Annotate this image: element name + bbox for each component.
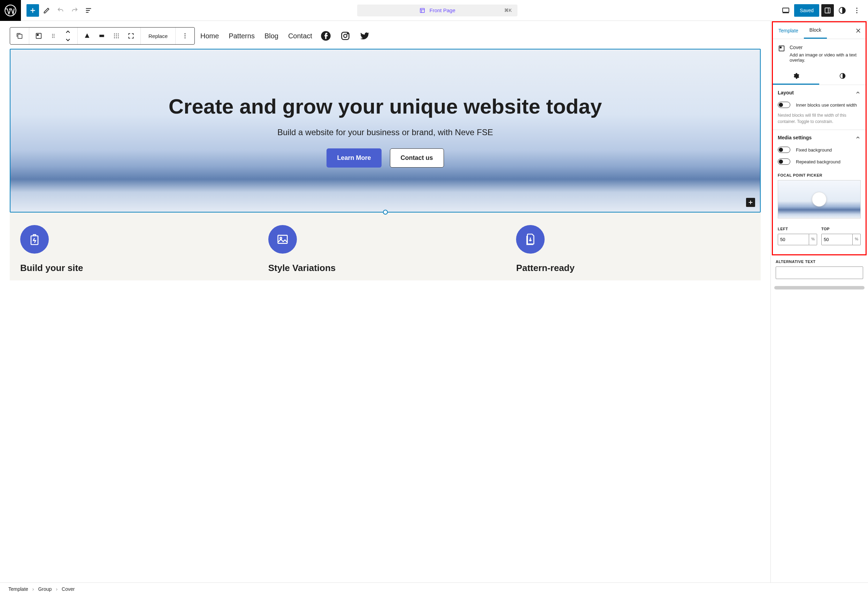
move-up-icon[interactable] xyxy=(61,28,75,36)
styles-icon[interactable] xyxy=(836,4,849,17)
focal-top-input[interactable] xyxy=(821,234,853,245)
styles-subtab-icon[interactable] xyxy=(819,68,865,85)
facebook-icon[interactable] xyxy=(320,31,331,41)
instagram-icon[interactable] xyxy=(340,31,351,41)
fixed-bg-toggle[interactable] xyxy=(778,147,790,153)
svg-rect-17 xyxy=(99,35,104,37)
settings-subtab-icon[interactable] xyxy=(773,68,819,85)
svg-point-6 xyxy=(856,10,857,11)
svg-point-28 xyxy=(185,35,186,37)
feature-style[interactable]: Style Variations xyxy=(268,225,502,273)
settings-sidebar-toggle[interactable] xyxy=(821,4,834,17)
nav-link-blog[interactable]: Blog xyxy=(264,32,278,40)
svg-point-24 xyxy=(114,37,115,38)
svg-point-14 xyxy=(54,35,55,36)
svg-rect-10 xyxy=(37,34,38,35)
tab-block[interactable]: Block xyxy=(804,22,827,39)
twitter-icon[interactable] xyxy=(360,31,370,41)
fixed-bg-label: Fixed background xyxy=(796,148,832,153)
undo-icon[interactable] xyxy=(55,4,67,17)
chevron-up-icon xyxy=(855,135,861,140)
nav-link-patterns[interactable]: Patterns xyxy=(229,32,254,40)
nav-link-home[interactable]: Home xyxy=(200,32,219,40)
svg-rect-1 xyxy=(420,8,424,13)
block-description: Add an image or video with a text overla… xyxy=(790,52,861,63)
focal-point-picker[interactable] xyxy=(778,180,861,219)
document-title: Front Page xyxy=(430,7,455,13)
feature-pattern[interactable]: Pattern-ready xyxy=(516,225,750,273)
svg-point-23 xyxy=(118,35,118,36)
percent-unit: % xyxy=(853,234,861,245)
svg-point-11 xyxy=(52,34,53,34)
crumb-template[interactable]: Template xyxy=(8,586,28,592)
fullscreen-icon[interactable] xyxy=(124,28,138,43)
feature-title: Style Variations xyxy=(268,263,502,273)
image-icon xyxy=(268,225,297,254)
full-height-icon[interactable] xyxy=(109,28,124,43)
editor-canvas[interactable]: Replace Home Patterns Blog Contact xyxy=(0,21,771,582)
features-row: Build your site Style Variations Pattern… xyxy=(10,213,761,281)
crumb-group[interactable]: Group xyxy=(38,586,52,592)
site-navigation: Home Patterns Blog Contact xyxy=(200,32,312,40)
focal-point-handle[interactable] xyxy=(812,192,827,207)
svg-point-32 xyxy=(344,34,347,37)
cover-block[interactable]: Create and grow your unique website toda… xyxy=(10,49,761,213)
alt-text-input[interactable] xyxy=(776,266,863,279)
save-button[interactable]: Saved xyxy=(794,4,819,17)
move-down-icon[interactable] xyxy=(61,36,75,44)
focal-left-input[interactable] xyxy=(778,234,809,245)
svg-point-18 xyxy=(114,34,115,34)
svg-point-13 xyxy=(52,35,53,36)
svg-rect-35 xyxy=(278,235,287,243)
repeated-bg-toggle[interactable] xyxy=(778,158,790,165)
layout-panel-header[interactable]: Layout xyxy=(773,85,865,100)
add-inner-block-button[interactable] xyxy=(746,198,755,207)
close-sidebar-icon[interactable] xyxy=(851,23,865,39)
percent-unit: % xyxy=(809,234,817,245)
svg-point-29 xyxy=(185,37,186,38)
battery-icon xyxy=(20,225,49,254)
redo-icon[interactable] xyxy=(68,4,81,17)
top-toolbar: Front Page ⌘K Saved xyxy=(0,0,868,21)
more-options-icon[interactable] xyxy=(850,4,863,17)
replace-media-button[interactable]: Replace xyxy=(143,33,173,39)
cover-block-icon[interactable] xyxy=(31,28,46,43)
resize-handle[interactable] xyxy=(383,210,388,215)
inner-width-toggle[interactable] xyxy=(778,102,790,108)
wordpress-logo[interactable] xyxy=(0,0,21,21)
block-card: Cover Add an image or video with a text … xyxy=(773,39,865,68)
focal-picker-label: FOCAL POINT PICKER xyxy=(778,173,861,177)
feature-build[interactable]: Build your site xyxy=(20,225,254,273)
cover-subheading[interactable]: Build a website for your business or bra… xyxy=(278,127,493,137)
svg-point-19 xyxy=(116,34,117,34)
parent-select-icon[interactable] xyxy=(12,28,27,43)
crumb-cover[interactable]: Cover xyxy=(62,586,75,592)
svg-point-12 xyxy=(54,34,55,34)
align-icon[interactable] xyxy=(94,28,109,43)
tab-template[interactable]: Template xyxy=(773,23,804,38)
document-title-bar[interactable]: Front Page ⌘K xyxy=(357,4,517,16)
feature-title: Build your site xyxy=(20,263,254,273)
add-block-button[interactable] xyxy=(27,4,39,17)
block-more-icon[interactable] xyxy=(178,28,192,43)
contact-us-button[interactable]: Contact us xyxy=(390,148,444,168)
learn-more-button[interactable]: Learn More xyxy=(326,148,381,168)
svg-rect-8 xyxy=(18,34,22,38)
media-panel-header[interactable]: Media settings xyxy=(773,130,865,145)
svg-point-20 xyxy=(118,34,118,34)
cover-heading[interactable]: Create and grow your unique website toda… xyxy=(169,94,602,119)
content-position-icon[interactable] xyxy=(80,28,94,43)
desktop-view-icon[interactable] xyxy=(779,4,792,17)
svg-point-26 xyxy=(118,37,118,38)
list-view-icon[interactable] xyxy=(82,4,95,17)
repeated-bg-label: Repeated background xyxy=(796,159,840,164)
breadcrumb: Template › Group › Cover xyxy=(0,582,868,595)
svg-point-16 xyxy=(54,37,55,38)
horizontal-scrollbar[interactable] xyxy=(774,286,865,289)
nav-link-contact[interactable]: Contact xyxy=(288,32,312,40)
shortcut-label: ⌘K xyxy=(504,8,512,13)
drag-handle-icon[interactable] xyxy=(46,28,61,43)
inner-width-label: Inner blocks use content width xyxy=(796,102,857,108)
edit-tool-icon[interactable] xyxy=(40,4,53,17)
top-label: TOP xyxy=(821,227,861,231)
